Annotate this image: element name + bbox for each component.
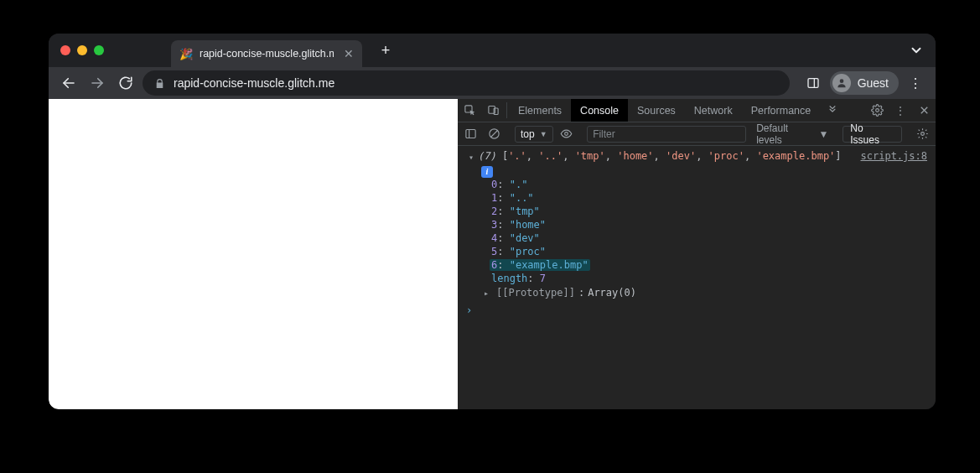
inspect-element-icon[interactable] — [458, 99, 481, 122]
maximize-window-button[interactable] — [94, 45, 104, 55]
toolbar-right: Guest ⋮ — [801, 71, 927, 95]
log-length-row: length: 7 — [458, 272, 936, 285]
page-viewport[interactable] — [49, 99, 458, 409]
array-entry[interactable]: 2: "tmp" — [491, 205, 936, 218]
expand-toggle-icon[interactable] — [466, 151, 476, 164]
url-text: rapid-concise-muscle.glitch.me — [174, 76, 334, 90]
info-badge-icon[interactable]: i — [481, 166, 493, 178]
prototype-row[interactable]: [[Prototype]]: Array(0) — [458, 285, 936, 300]
levels-label: Default levels — [756, 122, 815, 146]
array-entry[interactable]: 3: "home" — [491, 218, 936, 231]
log-levels-selector[interactable]: Default levels ▼ — [753, 122, 832, 146]
avatar-icon — [832, 74, 851, 92]
console-output: (7) ['.', '..', 'tmp', 'home', 'dev', 'p… — [458, 146, 936, 409]
chevron-down-icon: ▼ — [818, 128, 828, 140]
minimize-window-button[interactable] — [77, 45, 87, 55]
tab-sources[interactable]: Sources — [628, 99, 685, 122]
side-panel-icon[interactable] — [801, 71, 825, 95]
svg-point-15 — [565, 133, 568, 136]
devtools-close-icon[interactable] — [912, 104, 936, 117]
console-prompt[interactable]: › — [458, 300, 936, 320]
array-entry[interactable]: 1: ".." — [491, 191, 936, 205]
issues-label: No Issues — [850, 122, 894, 146]
log-expanded: 0: "."1: ".."2: "tmp"3: "home"4: "dev"5:… — [458, 178, 936, 272]
tab-title: rapid-concise-muscle.glitch.me — [200, 48, 334, 60]
svg-rect-11 — [466, 130, 475, 138]
svg-point-8 — [875, 109, 879, 112]
browser-menu-icon[interactable]: ⋮ — [904, 75, 927, 91]
filter-input[interactable] — [587, 126, 746, 143]
new-tab-button[interactable]: + — [374, 39, 397, 62]
reload-button[interactable] — [114, 71, 137, 95]
console-settings-icon[interactable] — [913, 125, 933, 143]
svg-point-4 — [839, 79, 843, 83]
close-window-button[interactable] — [60, 45, 70, 55]
address-bar: rapid-concise-muscle.glitch.me Guest ⋮ — [49, 67, 936, 99]
svg-point-16 — [920, 133, 924, 136]
tab-elements[interactable]: Elements — [509, 99, 571, 122]
tab-network[interactable]: Network — [685, 99, 742, 122]
clear-console-icon[interactable] — [485, 125, 505, 143]
close-tab-icon[interactable]: ✕ — [344, 47, 354, 60]
devtools-settings-icon[interactable] — [865, 104, 889, 117]
lock-icon — [154, 78, 165, 89]
tab-bar: 🎉 rapid-concise-muscle.glitch.me ✕ + — [49, 34, 936, 67]
window-menu-chevron-icon[interactable] — [909, 34, 924, 67]
length-value: 7 — [540, 273, 546, 284]
svg-line-14 — [491, 131, 498, 138]
log-entry[interactable]: (7) ['.', '..', 'tmp', 'home', 'dev', 'p… — [458, 149, 936, 178]
log-preview: (7) ['.', '..', 'tmp', 'home', 'dev', 'p… — [478, 149, 854, 178]
array-entry[interactable]: 0: "." — [491, 178, 936, 191]
profile-label: Guest — [858, 76, 889, 90]
tabs-overflow-icon[interactable] — [820, 99, 845, 122]
length-key: length — [491, 273, 527, 284]
context-selector[interactable]: top ▼ — [515, 126, 553, 143]
window-controls — [60, 45, 104, 55]
expand-toggle-icon[interactable] — [481, 287, 491, 300]
svg-rect-2 — [808, 79, 818, 88]
omnibox[interactable]: rapid-concise-muscle.glitch.me — [143, 70, 790, 96]
chevron-down-icon: ▼ — [540, 130, 547, 138]
proto-label: [[Prototype]] — [496, 286, 575, 299]
browser-tab[interactable]: 🎉 rapid-concise-muscle.glitch.me ✕ — [171, 40, 362, 67]
forward-button[interactable] — [86, 71, 109, 95]
device-toolbar-icon[interactable] — [481, 99, 505, 122]
array-entry[interactable]: 5: "proc" — [491, 245, 936, 258]
browser-window: 🎉 rapid-concise-muscle.glitch.me ✕ + rap… — [49, 34, 936, 409]
array-entry[interactable]: 4: "dev" — [491, 231, 936, 245]
proto-value: Array(0) — [588, 286, 636, 299]
devtools-panel: Elements Console Sources Network Perform… — [458, 99, 936, 409]
back-button[interactable] — [57, 71, 80, 95]
log-source-link[interactable]: script.js:8 — [861, 149, 927, 163]
tab-console[interactable]: Console — [571, 99, 628, 122]
console-sidebar-icon[interactable] — [461, 125, 481, 143]
issues-button[interactable]: No Issues — [843, 126, 901, 143]
devtools-tabbar: Elements Console Sources Network Perform… — [458, 99, 936, 122]
devtools-menu-icon[interactable]: ⋮ — [889, 105, 912, 117]
tab-performance[interactable]: Performance — [742, 99, 821, 122]
array-entry[interactable]: 6: "example.bmp" — [491, 258, 936, 272]
live-expression-icon[interactable] — [557, 125, 577, 143]
context-label: top — [521, 128, 535, 140]
tab-favicon: 🎉 — [179, 48, 193, 60]
content-area: Elements Console Sources Network Perform… — [49, 99, 936, 409]
console-toolbar: top ▼ Default levels ▼ No Issues — [458, 122, 936, 146]
profile-chip[interactable]: Guest — [830, 71, 899, 95]
